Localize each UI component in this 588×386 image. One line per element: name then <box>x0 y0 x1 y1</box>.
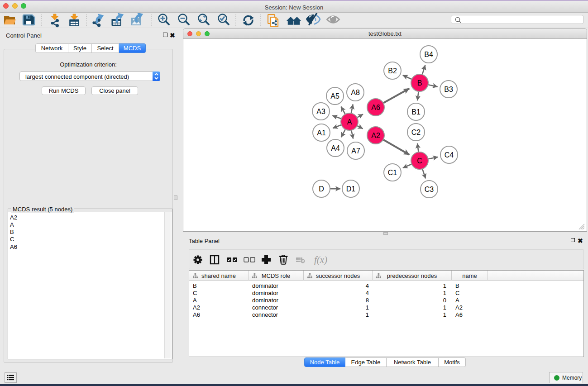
svg-text:D: D <box>319 185 324 193</box>
svg-text:A2: A2 <box>371 132 380 139</box>
svg-text:A4: A4 <box>331 144 340 152</box>
svg-text:C: C <box>417 157 422 165</box>
svg-text:A5: A5 <box>330 92 339 100</box>
svg-text:A1: A1 <box>317 129 326 137</box>
svg-text:B2: B2 <box>388 67 397 75</box>
svg-text:A8: A8 <box>351 89 360 96</box>
svg-text:C3: C3 <box>425 186 434 193</box>
svg-text:C2: C2 <box>411 129 421 136</box>
svg-text:A: A <box>347 118 352 126</box>
svg-text:C1: C1 <box>388 169 397 176</box>
svg-text:C4: C4 <box>445 151 454 159</box>
svg-text:B4: B4 <box>424 51 433 58</box>
svg-text:B: B <box>417 79 422 87</box>
svg-text:A3: A3 <box>316 108 325 115</box>
svg-text:B3: B3 <box>444 86 453 93</box>
svg-text:B1: B1 <box>411 108 421 116</box>
svg-text:A7: A7 <box>351 147 360 155</box>
svg-text:D1: D1 <box>346 185 356 193</box>
svg-text:A6: A6 <box>371 104 380 111</box>
svg-text:f(x): f(x) <box>314 254 327 265</box>
